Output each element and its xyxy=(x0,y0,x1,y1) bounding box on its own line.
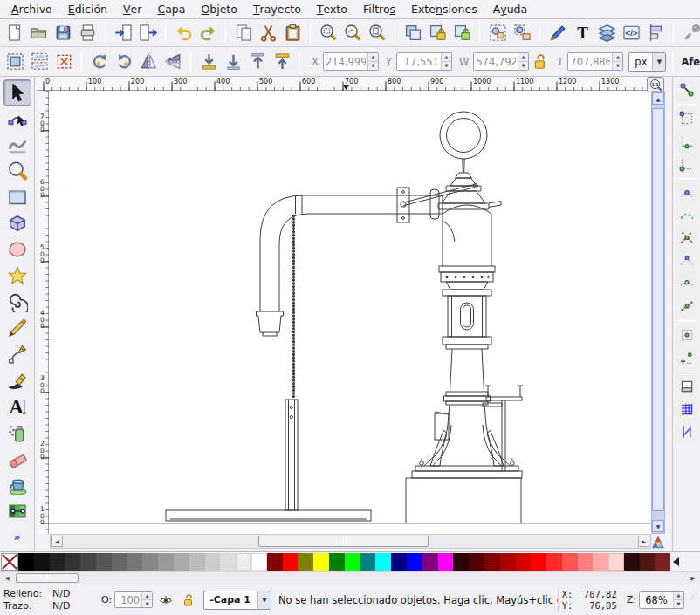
snap-bbox-button[interactable] xyxy=(676,107,698,130)
lower-to-bottom-button[interactable] xyxy=(197,51,220,73)
palette-swatch-2[interactable] xyxy=(34,553,50,571)
palette-swatch-23[interactable] xyxy=(360,553,376,571)
menu-edicion[interactable]: Edición xyxy=(60,0,115,18)
document-print-button[interactable] xyxy=(76,22,99,44)
palette-swatch-21[interactable] xyxy=(329,553,345,571)
flip-horizontal-button[interactable] xyxy=(137,51,160,73)
menu-ver[interactable]: Ver xyxy=(115,0,149,18)
snap-bbox-edges-button[interactable] xyxy=(676,130,698,153)
palette-swatch-25[interactable] xyxy=(391,553,407,571)
snap-page-border-button[interactable] xyxy=(676,375,698,398)
zoom-spinner[interactable]: ▲▼ xyxy=(673,592,683,608)
palette-scroll-right-arrow[interactable]: ▶ xyxy=(687,573,698,583)
palette-swatch-20[interactable] xyxy=(313,553,329,571)
palette-swatch-26[interactable] xyxy=(407,553,422,571)
layer-lock-button[interactable] xyxy=(179,591,198,610)
unit-dropdown[interactable]: px ▼ xyxy=(628,52,666,72)
select-all-button[interactable] xyxy=(3,51,26,73)
select-all-layers-button[interactable] xyxy=(28,51,51,73)
snap-guides-button[interactable] xyxy=(676,420,698,443)
menu-capa[interactable]: Capa xyxy=(149,0,193,18)
palette-swatch-1[interactable] xyxy=(18,553,34,571)
spray-tool-button[interactable] xyxy=(3,420,31,446)
palette-swatch-27[interactable] xyxy=(422,553,438,571)
palette-swatch-15[interactable] xyxy=(236,553,251,571)
width-field[interactable] xyxy=(474,53,518,70)
height-field[interactable] xyxy=(568,53,612,70)
create-clone-button[interactable] xyxy=(426,22,449,44)
resize-grip[interactable]: ⋰ xyxy=(690,592,698,615)
lower-button[interactable] xyxy=(222,51,244,73)
menu-objeto[interactable]: Objeto xyxy=(193,0,245,18)
snap-cusp-nodes-button[interactable] xyxy=(676,249,698,272)
copy-button[interactable] xyxy=(232,22,255,44)
rectangle-tool-button[interactable] xyxy=(3,184,31,210)
star-tool-button[interactable] xyxy=(3,263,31,289)
duplicate-button[interactable] xyxy=(401,22,424,44)
palette-swatch-5[interactable] xyxy=(80,553,96,571)
paint-bucket-tool-button[interactable] xyxy=(3,472,31,498)
snap-grid-button[interactable] xyxy=(676,398,698,420)
x-field[interactable] xyxy=(324,53,367,70)
snap-rotation-center-button[interactable] xyxy=(676,346,698,369)
cut-button[interactable] xyxy=(257,22,279,44)
palette-swatch-38[interactable] xyxy=(593,553,608,571)
menu-texto[interactable]: Texto xyxy=(309,0,355,18)
import-button[interactable] xyxy=(112,22,134,44)
snap-enable-button[interactable] xyxy=(676,79,698,101)
palette-swatch-35[interactable] xyxy=(546,553,562,571)
box-3d-tool-button[interactable] xyxy=(3,210,31,236)
raise-to-top-button[interactable] xyxy=(271,51,293,73)
preferences-button[interactable] xyxy=(680,22,700,44)
palette-swatch-18[interactable] xyxy=(283,553,299,571)
palette-swatch-39[interactable] xyxy=(608,553,624,571)
canvas-viewport[interactable] xyxy=(49,91,651,534)
gradient-tool-button[interactable] xyxy=(3,498,31,524)
horizontal-scrollbar[interactable]: ◀ ▶ xyxy=(50,534,651,549)
group-button[interactable] xyxy=(486,22,509,44)
menu-trayecto[interactable]: Trayecto xyxy=(245,0,309,18)
selector-tool-button[interactable] xyxy=(3,79,31,106)
palette-swatch-17[interactable] xyxy=(267,553,283,571)
palette-swatch-16[interactable] xyxy=(251,553,267,571)
menu-archivo[interactable]: Archivo xyxy=(3,0,60,18)
opacity-field[interactable] xyxy=(115,592,141,607)
eraser-tool-button[interactable] xyxy=(3,446,31,472)
menu-extensiones[interactable]: Extensiones xyxy=(403,0,485,18)
pen-tool-button[interactable] xyxy=(3,341,31,367)
scroll-up-arrow[interactable]: ▲ xyxy=(652,92,664,105)
palette-swatch-11[interactable] xyxy=(174,553,189,571)
snap-bbox-corners-button[interactable] xyxy=(676,153,698,175)
palette-swatch-19[interactable] xyxy=(298,553,313,571)
height-field-spinner[interactable]: ▲▼ xyxy=(612,53,622,70)
zoom-page-button[interactable] xyxy=(366,22,388,44)
vertical-scrollbar-thumb[interactable] xyxy=(652,108,664,511)
snap-object-centers-button[interactable] xyxy=(676,324,698,346)
fill-stroke-dialog-button[interactable] xyxy=(546,22,569,44)
pencil-tool-button[interactable] xyxy=(3,315,31,341)
fill-stroke-indicator[interactable]: Relleno:N/D Trazo:N/D xyxy=(0,588,94,612)
xml-editor-button[interactable]: </> xyxy=(620,22,642,44)
scroll-down-arrow[interactable]: ▼ xyxy=(652,520,664,532)
palette-swatch-3[interactable] xyxy=(50,553,65,571)
unlink-clone-button[interactable] xyxy=(450,22,473,44)
color-management-icon[interactable] xyxy=(651,536,665,550)
layers-dialog-button[interactable] xyxy=(595,22,618,44)
palette-swatch-29[interactable] xyxy=(453,553,469,571)
palette-scrollbar-thumb[interactable] xyxy=(16,573,79,583)
palette-swatch-4[interactable] xyxy=(65,553,80,571)
scroll-left-arrow[interactable]: ◀ xyxy=(51,536,63,547)
snap-smooth-nodes-button[interactable] xyxy=(676,272,698,295)
layer-dropdown[interactable]: -Capa 1 ▼ xyxy=(203,591,271,610)
spiral-tool-button[interactable] xyxy=(3,289,31,315)
zoom-field[interactable] xyxy=(640,592,673,608)
palette-prev-arrow-icon[interactable] xyxy=(673,557,679,566)
zoom-selection-button[interactable] xyxy=(317,22,340,44)
horizontal-scrollbar-thumb[interactable] xyxy=(258,536,429,547)
palette-swatch-14[interactable] xyxy=(220,553,236,571)
calligraphy-tool-button[interactable] xyxy=(3,367,31,393)
snap-line-midpoints-button[interactable] xyxy=(676,295,698,318)
redo-button[interactable] xyxy=(196,22,219,44)
palette-swatch-8[interactable] xyxy=(127,553,143,571)
palette-swatch-32[interactable] xyxy=(500,553,516,571)
